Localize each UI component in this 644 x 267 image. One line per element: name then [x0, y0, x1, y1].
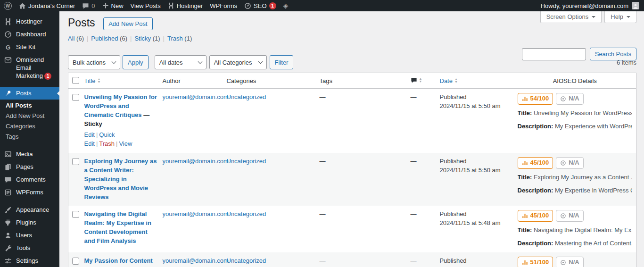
category-link[interactable]: Uncategorized	[227, 257, 266, 264]
category-link[interactable]: Uncategorized	[227, 93, 266, 100]
aioseo-title-line: Title: Unveiling My Passion for WordPres…	[518, 109, 633, 118]
search-posts-button[interactable]: Search Posts	[590, 48, 636, 60]
sort-by-comments[interactable]: ▲▼	[411, 77, 422, 83]
author-link[interactable]: youremail@domain.com	[163, 158, 229, 165]
dates-filter-select[interactable]: All dates	[155, 55, 206, 69]
sidebar-item-site-kit[interactable]: G Site Kit	[0, 41, 59, 53]
site-name-menu[interactable]: Jordana's Corner	[19, 2, 75, 9]
help-button[interactable]: Help	[604, 11, 636, 23]
submenu-categories[interactable]: Categories	[0, 121, 59, 132]
aioseo-na-badge[interactable]: N/A	[556, 157, 583, 169]
add-new-post-button[interactable]: Add New Post	[103, 17, 152, 30]
table-row: My Passion for Content Creation: Explori…	[68, 252, 636, 267]
sidebar-item-users[interactable]: Users	[0, 229, 59, 242]
comments-value: —	[411, 210, 417, 217]
pages-icon	[4, 163, 12, 171]
hostinger-icon	[4, 18, 12, 25]
sidebar-item-posts[interactable]: Posts	[0, 87, 59, 100]
sidebar-item-hostinger[interactable]: Hostinger	[0, 15, 59, 28]
hostinger-icon	[168, 2, 174, 9]
filter-button[interactable]: Filter	[270, 55, 294, 69]
admin-sidebar: Hostinger Dashboard G Site Kit Omnisend …	[0, 11, 59, 267]
sidebar-item-comments[interactable]: Comments	[0, 173, 59, 186]
view-link[interactable]: View	[119, 140, 132, 147]
author-link[interactable]: youremail@domain.com	[163, 93, 229, 100]
pushpin-icon	[4, 90, 12, 97]
score-chart-icon	[522, 259, 528, 266]
aioseo-score-badge[interactable]: 51/100	[518, 257, 553, 267]
author-link[interactable]: youremail@domain.com	[163, 257, 229, 264]
trash-link[interactable]: Trash	[99, 140, 115, 147]
screen-meta-links: Screen Options Help	[540, 11, 636, 23]
tags-value: —	[320, 93, 326, 100]
category-link[interactable]: Uncategorized	[227, 210, 266, 217]
envelope-icon	[4, 56, 12, 64]
row-checkbox[interactable]	[72, 94, 79, 101]
tags-value: —	[320, 257, 326, 264]
howdy-account-menu[interactable]: Howdy, youremail@domain.com	[541, 2, 628, 9]
post-title-link[interactable]: Exploring My Journey as a Content Writer…	[84, 158, 157, 200]
row-checkbox[interactable]	[72, 258, 79, 265]
gear-icon	[560, 259, 566, 266]
chevron-down-icon	[627, 16, 630, 20]
plug-icon	[4, 219, 12, 226]
category-link[interactable]: Uncategorized	[227, 158, 266, 165]
sidebar-item-omnisend[interactable]: Omnisend Email Marketing1	[0, 53, 59, 82]
aioseo-score-badge[interactable]: 45/100	[518, 157, 553, 169]
sidebar-item-plugins[interactable]: Plugins	[0, 216, 59, 229]
apply-button[interactable]: Apply	[123, 55, 149, 69]
wrench-icon	[4, 244, 12, 252]
posts-table: Title▲▼ Author Categories Tags ▲▼ Date▲▼…	[68, 73, 636, 267]
author-link[interactable]: youremail@domain.com	[163, 210, 229, 217]
comments-menu[interactable]: 0	[82, 2, 95, 9]
sidebar-item-appearance[interactable]: Appearance	[0, 203, 59, 216]
paintbrush-icon	[4, 206, 12, 214]
column-tags: Tags	[319, 73, 410, 89]
submenu-tags[interactable]: Tags	[0, 132, 59, 142]
new-menu[interactable]: New	[102, 2, 124, 9]
filter-trash[interactable]: Trash (1)	[167, 35, 192, 42]
sidebar-item-pages[interactable]: Pages	[0, 160, 59, 173]
wp-logo-menu[interactable]: W	[4, 2, 12, 10]
edit-link[interactable]: Edit	[84, 131, 95, 138]
screen-options-button[interactable]: Screen Options	[540, 11, 602, 23]
score-chart-icon	[522, 96, 528, 102]
aioseo-na-badge[interactable]: N/A	[556, 93, 583, 105]
select-all-checkbox[interactable]	[72, 77, 79, 84]
score-chart-icon	[522, 213, 528, 219]
sidebar-item-wpforms[interactable]: WPForms	[0, 186, 59, 199]
site-kit-g-icon: G	[4, 43, 12, 51]
sidebar-item-tools[interactable]: Tools	[0, 242, 59, 254]
avatar[interactable]	[632, 2, 639, 9]
filter-all[interactable]: All (6)	[68, 35, 84, 42]
view-posts-menu[interactable]: View Posts	[131, 2, 161, 9]
post-status: Published	[440, 158, 467, 165]
row-checkbox[interactable]	[72, 158, 79, 165]
post-title-link[interactable]: Navigating the Digital Realm: My Experti…	[84, 210, 151, 244]
submenu-add-new-post[interactable]: Add New Post	[0, 111, 59, 121]
aioseo-na-badge[interactable]: N/A	[556, 257, 583, 267]
post-title-link[interactable]: My Passion for Content Creation: Explori…	[84, 257, 153, 267]
wpforms-menu[interactable]: WPForms	[210, 2, 237, 9]
aioseo-score-badge[interactable]: 54/100	[518, 93, 553, 105]
post-title-link[interactable]: Unveiling My Passion for WordPress and C…	[84, 93, 157, 127]
sort-by-title[interactable]: Title▲▼	[84, 77, 101, 84]
aioseo-na-badge[interactable]: N/A	[556, 210, 583, 222]
hostinger-menu[interactable]: Hostinger	[168, 2, 203, 9]
plugin-diamond-menu[interactable]: ◈	[283, 2, 289, 9]
sidebar-item-media[interactable]: Media	[0, 148, 59, 160]
categories-filter-select[interactable]: All Categories	[209, 55, 267, 69]
sidebar-item-dashboard[interactable]: Dashboard	[0, 28, 59, 41]
search-posts-input[interactable]	[522, 48, 586, 60]
bulk-actions-select[interactable]: Bulk actions	[68, 55, 120, 69]
sidebar-item-settings[interactable]: Settings	[0, 254, 59, 267]
search-box: Search Posts	[522, 48, 636, 60]
row-checkbox[interactable]	[72, 211, 79, 218]
aioseo-score-badge[interactable]: 45/100	[518, 210, 553, 222]
seo-menu[interactable]: SEO 1	[244, 2, 276, 9]
filter-published[interactable]: Published (6)	[91, 35, 127, 42]
dashboard-icon	[4, 31, 12, 38]
sort-by-date[interactable]: Date▲▼	[440, 77, 458, 84]
filter-sticky[interactable]: Sticky (1)	[134, 35, 160, 42]
submenu-all-posts[interactable]: All Posts	[0, 100, 59, 111]
